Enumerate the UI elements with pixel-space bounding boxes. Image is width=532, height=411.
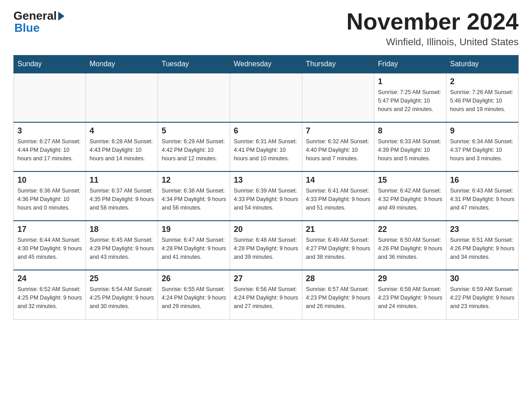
- week-row-1: 1Sunrise: 7:25 AM Sunset: 5:47 PM Daylig…: [14, 73, 519, 122]
- day-info: Sunrise: 6:52 AM Sunset: 4:25 PM Dayligh…: [17, 285, 82, 310]
- calendar-cell: 5Sunrise: 6:29 AM Sunset: 4:42 PM Daylig…: [158, 122, 230, 171]
- day-info: Sunrise: 6:33 AM Sunset: 4:39 PM Dayligh…: [378, 137, 442, 163]
- calendar-cell: 22Sunrise: 6:50 AM Sunset: 4:26 PM Dayli…: [374, 221, 446, 270]
- logo: General Blue: [13, 9, 65, 35]
- day-info: Sunrise: 6:44 AM Sunset: 4:30 PM Dayligh…: [17, 236, 82, 261]
- logo-arrow-icon: [58, 12, 64, 21]
- calendar-cell: 29Sunrise: 6:58 AM Sunset: 4:23 PM Dayli…: [374, 270, 446, 319]
- day-info: Sunrise: 6:45 AM Sunset: 4:29 PM Dayligh…: [90, 236, 154, 261]
- day-info: Sunrise: 6:32 AM Sunset: 4:40 PM Dayligh…: [306, 137, 370, 163]
- day-info: Sunrise: 6:48 AM Sunset: 4:28 PM Dayligh…: [234, 236, 298, 261]
- calendar-cell: 24Sunrise: 6:52 AM Sunset: 4:25 PM Dayli…: [14, 270, 86, 319]
- day-info: Sunrise: 6:34 AM Sunset: 4:37 PM Dayligh…: [450, 137, 515, 163]
- day-number: 11: [90, 176, 154, 185]
- calendar-cell: 7Sunrise: 6:32 AM Sunset: 4:40 PM Daylig…: [302, 122, 374, 171]
- day-info: Sunrise: 6:50 AM Sunset: 4:26 PM Dayligh…: [378, 236, 442, 261]
- calendar-cell: 28Sunrise: 6:57 AM Sunset: 4:23 PM Dayli…: [302, 270, 374, 319]
- day-info: Sunrise: 6:37 AM Sunset: 4:35 PM Dayligh…: [90, 187, 154, 212]
- calendar-cell: [86, 73, 158, 122]
- day-info: Sunrise: 6:51 AM Sunset: 4:26 PM Dayligh…: [450, 236, 515, 261]
- day-number: 15: [378, 176, 442, 185]
- calendar-cell: 15Sunrise: 6:42 AM Sunset: 4:32 PM Dayli…: [374, 171, 446, 221]
- day-number: 12: [162, 176, 226, 185]
- day-number: 21: [306, 225, 370, 234]
- calendar-cell: 21Sunrise: 6:49 AM Sunset: 4:27 PM Dayli…: [302, 221, 374, 270]
- calendar-cell: 30Sunrise: 6:59 AM Sunset: 4:22 PM Dayli…: [446, 270, 519, 319]
- day-info: Sunrise: 6:36 AM Sunset: 4:36 PM Dayligh…: [17, 187, 82, 212]
- day-info: Sunrise: 6:27 AM Sunset: 4:44 PM Dayligh…: [17, 137, 82, 163]
- day-info: Sunrise: 6:54 AM Sunset: 4:25 PM Dayligh…: [90, 285, 154, 310]
- month-title: November 2024: [347, 9, 519, 34]
- calendar-cell: [230, 73, 302, 122]
- day-number: 16: [450, 176, 515, 185]
- day-info: Sunrise: 6:58 AM Sunset: 4:23 PM Dayligh…: [378, 285, 442, 310]
- day-number: 27: [234, 274, 298, 283]
- day-number: 10: [17, 176, 82, 185]
- calendar-cell: 12Sunrise: 6:38 AM Sunset: 4:34 PM Dayli…: [158, 171, 230, 221]
- calendar-cell: 11Sunrise: 6:37 AM Sunset: 4:35 PM Dayli…: [86, 171, 158, 221]
- day-info: Sunrise: 7:26 AM Sunset: 5:46 PM Dayligh…: [450, 88, 515, 113]
- calendar-header-saturday: Saturday: [446, 56, 519, 73]
- calendar-cell: 4Sunrise: 6:28 AM Sunset: 4:43 PM Daylig…: [86, 122, 158, 171]
- day-info: Sunrise: 6:42 AM Sunset: 4:32 PM Dayligh…: [378, 187, 442, 212]
- calendar-cell: 26Sunrise: 6:55 AM Sunset: 4:24 PM Dayli…: [158, 270, 230, 319]
- day-number: 23: [450, 225, 515, 234]
- day-number: 20: [234, 225, 298, 234]
- day-number: 26: [162, 274, 226, 283]
- day-number: 5: [162, 126, 226, 136]
- week-row-3: 10Sunrise: 6:36 AM Sunset: 4:36 PM Dayli…: [14, 171, 519, 221]
- day-info: Sunrise: 6:47 AM Sunset: 4:28 PM Dayligh…: [162, 236, 226, 261]
- calendar-header-tuesday: Tuesday: [158, 56, 230, 73]
- calendar-header-wednesday: Wednesday: [230, 56, 302, 73]
- calendar-cell: 17Sunrise: 6:44 AM Sunset: 4:30 PM Dayli…: [14, 221, 86, 270]
- day-info: Sunrise: 6:56 AM Sunset: 4:24 PM Dayligh…: [234, 285, 298, 310]
- calendar-cell: 2Sunrise: 7:26 AM Sunset: 5:46 PM Daylig…: [446, 73, 519, 122]
- calendar-cell: 18Sunrise: 6:45 AM Sunset: 4:29 PM Dayli…: [86, 221, 158, 270]
- day-number: 19: [162, 225, 226, 234]
- calendar-cell: 14Sunrise: 6:41 AM Sunset: 4:33 PM Dayli…: [302, 171, 374, 221]
- day-info: Sunrise: 6:28 AM Sunset: 4:43 PM Dayligh…: [90, 137, 154, 163]
- day-number: 29: [378, 274, 442, 283]
- calendar-cell: 27Sunrise: 6:56 AM Sunset: 4:24 PM Dayli…: [230, 270, 302, 319]
- day-number: 1: [378, 77, 442, 86]
- calendar-cell: 13Sunrise: 6:39 AM Sunset: 4:33 PM Dayli…: [230, 171, 302, 221]
- day-info: Sunrise: 6:57 AM Sunset: 4:23 PM Dayligh…: [306, 285, 370, 310]
- day-number: 7: [306, 126, 370, 136]
- location-subtitle: Winfield, Illinois, United States: [347, 36, 519, 48]
- week-row-2: 3Sunrise: 6:27 AM Sunset: 4:44 PM Daylig…: [14, 122, 519, 171]
- day-number: 9: [450, 126, 515, 136]
- calendar-header-thursday: Thursday: [302, 56, 374, 73]
- calendar-cell: 16Sunrise: 6:43 AM Sunset: 4:31 PM Dayli…: [446, 171, 519, 221]
- day-info: Sunrise: 7:25 AM Sunset: 5:47 PM Dayligh…: [378, 88, 442, 113]
- day-number: 13: [234, 176, 298, 185]
- day-number: 2: [450, 77, 515, 86]
- day-number: 24: [17, 274, 82, 283]
- calendar-cell: [302, 73, 374, 122]
- calendar-cell: 20Sunrise: 6:48 AM Sunset: 4:28 PM Dayli…: [230, 221, 302, 270]
- day-number: 17: [17, 225, 82, 234]
- page-header: General Blue November 2024 Winfield, Ill…: [13, 9, 519, 48]
- calendar-header-sunday: Sunday: [14, 56, 86, 73]
- day-info: Sunrise: 6:43 AM Sunset: 4:31 PM Dayligh…: [450, 187, 515, 212]
- calendar-cell: 23Sunrise: 6:51 AM Sunset: 4:26 PM Dayli…: [446, 221, 519, 270]
- week-row-4: 17Sunrise: 6:44 AM Sunset: 4:30 PM Dayli…: [14, 221, 519, 270]
- calendar-cell: 19Sunrise: 6:47 AM Sunset: 4:28 PM Dayli…: [158, 221, 230, 270]
- day-number: 3: [17, 126, 82, 136]
- calendar-header-row: SundayMondayTuesdayWednesdayThursdayFrid…: [14, 56, 519, 73]
- day-info: Sunrise: 6:41 AM Sunset: 4:33 PM Dayligh…: [306, 187, 370, 212]
- calendar-cell: [14, 73, 86, 122]
- day-number: 22: [378, 225, 442, 234]
- day-info: Sunrise: 6:49 AM Sunset: 4:27 PM Dayligh…: [306, 236, 370, 261]
- calendar-cell: 9Sunrise: 6:34 AM Sunset: 4:37 PM Daylig…: [446, 122, 519, 171]
- logo-blue-text: Blue: [13, 21, 39, 35]
- day-number: 28: [306, 274, 370, 283]
- calendar-header-monday: Monday: [86, 56, 158, 73]
- calendar-cell: 3Sunrise: 6:27 AM Sunset: 4:44 PM Daylig…: [14, 122, 86, 171]
- day-number: 18: [90, 225, 154, 234]
- calendar-table: SundayMondayTuesdayWednesdayThursdayFrid…: [13, 55, 519, 320]
- calendar-cell: 8Sunrise: 6:33 AM Sunset: 4:39 PM Daylig…: [374, 122, 446, 171]
- day-number: 25: [90, 274, 154, 283]
- day-info: Sunrise: 6:59 AM Sunset: 4:22 PM Dayligh…: [450, 285, 515, 310]
- week-row-5: 24Sunrise: 6:52 AM Sunset: 4:25 PM Dayli…: [14, 270, 519, 319]
- day-number: 8: [378, 126, 442, 136]
